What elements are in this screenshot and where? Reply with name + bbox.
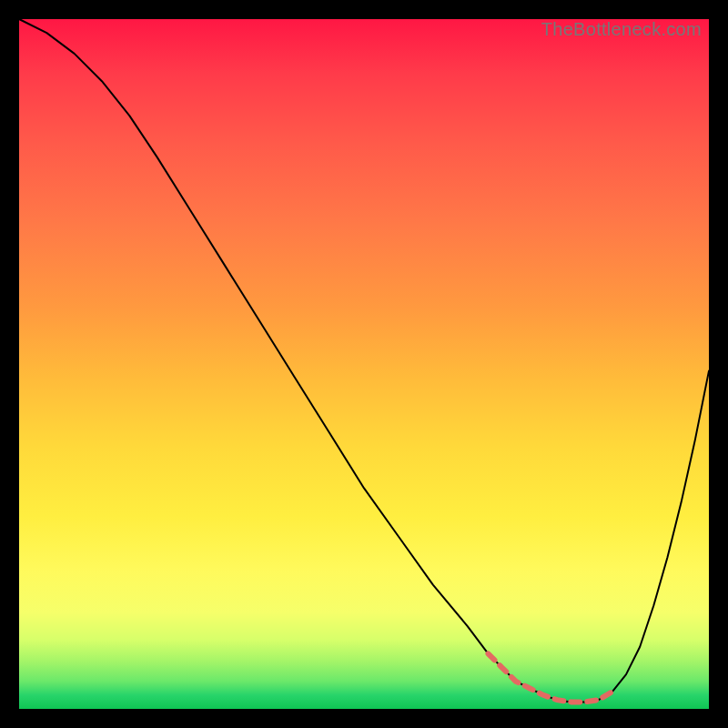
chart-frame: TheBottleneck.com <box>0 0 728 728</box>
chart-svg <box>19 19 709 709</box>
plot-area: TheBottleneck.com <box>19 19 709 709</box>
watermark-text: TheBottleneck.com <box>541 19 702 40</box>
optimal-range-marker <box>488 653 612 702</box>
bottleneck-curve <box>19 19 709 702</box>
